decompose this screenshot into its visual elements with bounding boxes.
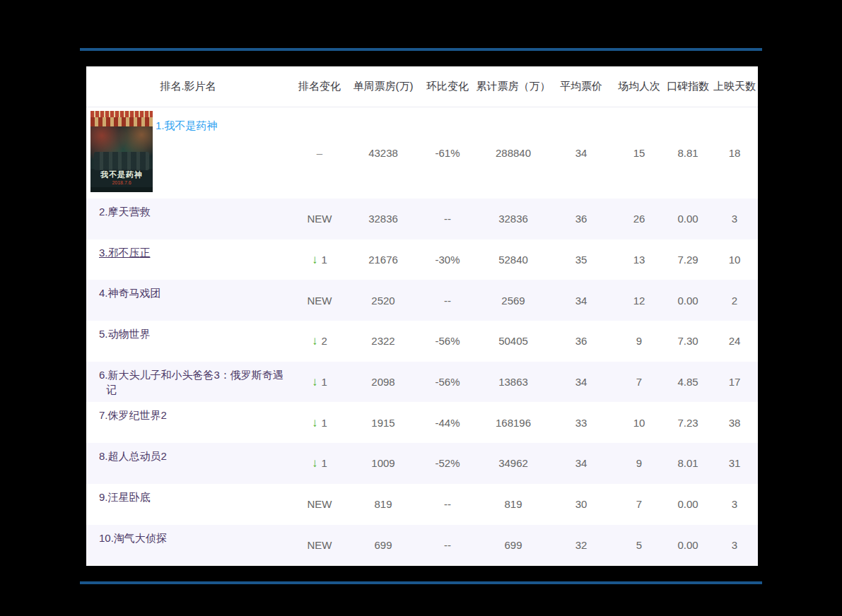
rank-down-arrow-icon: ↓ (312, 376, 318, 388)
weekly-box-office-cell: 2098 (349, 362, 417, 403)
rank-change-cell: ↓2 (290, 321, 349, 362)
total-box-office-cell: 34962 (478, 443, 549, 484)
avg-attendance-cell: 5 (614, 525, 665, 566)
header-rank-change: 排名变化 (290, 66, 349, 107)
avg-ticket-price-cell: 30 (549, 484, 614, 525)
weekly-box-office-cell: 43238 (349, 107, 417, 199)
total-box-office-cell: 2569 (478, 280, 549, 321)
movie-title-cell: 7.侏罗纪世界2 (86, 402, 290, 443)
avg-ticket-price-cell: 34 (549, 362, 614, 403)
avg-ticket-price-cell: 32 (549, 525, 614, 566)
total-box-office-cell: 168196 (478, 402, 549, 443)
header-wom-index: 口碑指数 (665, 66, 711, 107)
table-header-row: 排名.影片名 排名变化 单周票房(万) 环比变化 累计票房（万） 平均票价 场均… (86, 66, 758, 107)
total-box-office-cell: 32836 (478, 199, 549, 239)
wow-change-cell: -56% (417, 321, 478, 362)
avg-attendance-cell: 26 (614, 199, 665, 239)
poster-figures-art (94, 152, 149, 170)
movie-poster[interactable]: 我不是药神 2018.7.6 (90, 111, 153, 192)
header-avg-ticket-price: 平均票价 (549, 66, 614, 107)
avg-attendance-cell: 15 (614, 107, 665, 199)
movie-title-link[interactable]: 4.神奇马戏团 (99, 285, 161, 300)
release-days-cell: 24 (711, 321, 758, 362)
wow-change-cell: -52% (417, 443, 478, 484)
rank-new-badge: NEW (308, 295, 332, 307)
total-box-office-cell: 13863 (478, 362, 549, 403)
weekly-box-office-cell: 2322 (349, 321, 417, 362)
header-avg-attendance: 场均人次 (614, 66, 665, 107)
rank-new-badge: NEW (308, 213, 332, 225)
wom-index-cell: 0.00 (665, 484, 711, 525)
rank-change-amount: 1 (322, 417, 327, 429)
movie-title-cell: 6.新大头儿子和小头爸爸3：俄罗斯奇遇记 (86, 362, 290, 403)
movie-title-link[interactable]: 5.动物世界 (99, 326, 151, 341)
avg-ticket-price-cell: 36 (549, 199, 614, 239)
release-days-cell: 3 (711, 484, 758, 525)
wow-change-cell: -- (417, 484, 478, 525)
total-box-office-cell: 50405 (478, 321, 549, 362)
wow-change-cell: -56% (417, 362, 478, 403)
avg-ticket-price-cell: 34 (549, 443, 614, 484)
avg-attendance-cell: 7 (614, 484, 665, 525)
wom-index-cell: 8.01 (665, 443, 711, 484)
avg-ticket-price-cell: 34 (549, 280, 614, 321)
table-row: 4.神奇马戏团NEW2520--256934120.002 (86, 280, 758, 321)
movie-title-cell: 3.邪不压正 (86, 239, 290, 280)
rank-change-amount: 1 (322, 457, 327, 469)
rank-same-dash: – (317, 147, 322, 159)
avg-attendance-cell: 9 (614, 321, 665, 362)
rank-change-cell: ↓1 (290, 362, 349, 403)
wom-index-cell: 7.30 (665, 321, 711, 362)
movie-title-link[interactable]: 1.我不是药神 (156, 118, 218, 133)
release-days-cell: 38 (711, 402, 758, 443)
weekly-box-office-cell: 21676 (349, 239, 417, 280)
avg-ticket-price-cell: 33 (549, 402, 614, 443)
movie-title-link[interactable]: 7.侏罗纪世界2 (99, 408, 167, 422)
weekly-box-office-cell: 1009 (349, 443, 417, 484)
avg-attendance-cell: 12 (614, 280, 665, 321)
movie-title-link[interactable]: 8.超人总动员2 (99, 449, 167, 463)
rank-down-arrow-icon: ↓ (312, 417, 318, 429)
release-days-cell: 17 (711, 362, 758, 403)
rank-down-arrow-icon: ↓ (312, 335, 318, 347)
rank-change-cell: NEW (290, 484, 349, 525)
weekly-box-office-cell: 32836 (349, 199, 417, 239)
movie-title-link[interactable]: 2.摩天营救 (99, 204, 151, 219)
rank-change-amount: 2 (322, 335, 327, 347)
avg-attendance-cell: 10 (614, 402, 665, 443)
poster-title-text: 我不是药神 (90, 169, 153, 180)
table-row: 3.邪不压正↓121676-30%5284035137.2910 (86, 239, 758, 280)
rank-change-cell: NEW (290, 525, 349, 566)
rank-change-cell: ↓1 (290, 443, 349, 484)
movie-title-link[interactable]: 10.淘气大侦探 (99, 531, 167, 545)
movie-title-link[interactable]: 6.新大头儿子和小头爸爸3：俄罗斯奇遇记 (99, 367, 284, 397)
top-divider-rule (80, 48, 762, 51)
release-days-cell: 2 (711, 280, 758, 321)
movie-title-link[interactable]: 9.汪星卧底 (99, 490, 151, 504)
rank-down-arrow-icon: ↓ (312, 254, 318, 266)
header-weekly-box-office: 单周票房(万) (349, 66, 417, 107)
release-days-cell: 31 (711, 443, 758, 484)
poster-date-text: 2018.7.6 (90, 180, 153, 186)
release-days-cell: 3 (711, 525, 758, 566)
rank-new-badge: NEW (308, 539, 332, 551)
wow-change-cell: -- (417, 199, 478, 239)
wom-index-cell: 0.00 (665, 280, 711, 321)
wom-index-cell: 8.81 (665, 107, 711, 199)
movie-title-cell: 10.淘气大侦探 (86, 525, 290, 566)
movie-title-cell: 2.摩天营救 (86, 199, 290, 239)
wow-change-cell: -30% (417, 239, 478, 280)
movie-title-link[interactable]: 3.邪不压正 (99, 245, 151, 260)
poster-footer-art (90, 187, 153, 192)
avg-ticket-price-cell: 36 (549, 321, 614, 362)
poster-banner-art (90, 111, 153, 117)
weekly-box-office-cell: 1915 (349, 402, 417, 443)
rank-change-amount: 1 (322, 254, 327, 266)
wom-index-cell: 7.23 (665, 402, 711, 443)
rank-new-badge: NEW (308, 498, 332, 510)
weekly-box-office-cell: 699 (349, 525, 417, 566)
release-days-cell: 18 (711, 107, 758, 199)
table-row: 我不是药神 2018.7.6 1.我不是药神–43238-61%28884034… (86, 107, 758, 199)
wow-change-cell: -- (417, 525, 478, 566)
wow-change-cell: -44% (417, 402, 478, 443)
